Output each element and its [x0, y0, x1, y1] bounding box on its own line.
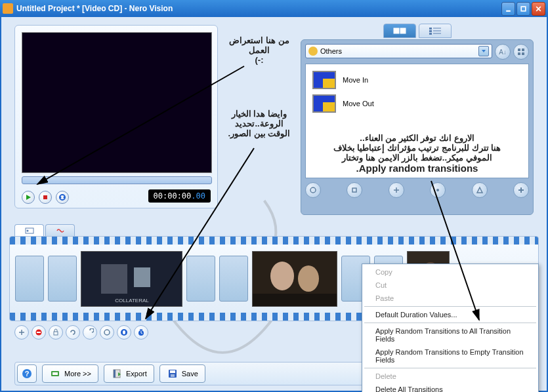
svg-rect-31 — [101, 264, 127, 294]
export-button[interactable]: Export — [104, 364, 154, 383]
transition-item[interactable]: Move Out — [310, 92, 524, 115]
annotation-preview-label: من هنا استعراض العمل :-) — [223, 35, 295, 65]
help-button[interactable]: ? — [17, 364, 37, 383]
svg-rect-15 — [429, 33, 432, 35]
tab-transitions[interactable] — [383, 24, 416, 38]
more-label: More >> — [64, 370, 91, 378]
ctx-paste: Paste — [364, 292, 537, 305]
view-grid-button[interactable] — [513, 44, 529, 60]
app-icon — [3, 3, 13, 14]
avatar-icon — [308, 47, 318, 56]
svg-rect-20 — [518, 52, 520, 55]
tool-refresh[interactable] — [66, 325, 80, 340]
play-button[interactable] — [22, 191, 35, 204]
tool-next[interactable] — [83, 325, 97, 340]
svg-rect-13 — [429, 30, 432, 32]
svg-marker-17 — [482, 50, 486, 52]
window-title: Untitled Project * [Video CD] - Nero Vis… — [16, 4, 500, 13]
preview-screen[interactable] — [22, 32, 212, 173]
save-icon — [167, 368, 179, 380]
minimize-button[interactable] — [501, 2, 515, 16]
sort-az-button[interactable]: A↓ — [495, 44, 511, 60]
preview-panel: 00:00:00.00 — [14, 25, 218, 208]
svg-rect-5 — [43, 195, 47, 199]
svg-rect-57 — [170, 370, 175, 373]
tab-list[interactable] — [419, 24, 452, 38]
transition-slot[interactable] — [219, 256, 248, 302]
add-transition-button[interactable] — [513, 182, 529, 198]
help-icon: ? — [21, 368, 33, 380]
tool-record[interactable] — [117, 325, 131, 340]
ctx-cut: Cut — [364, 279, 537, 292]
ctx-delete: Delete — [364, 370, 537, 383]
svg-rect-9 — [394, 28, 399, 33]
svg-rect-41 — [37, 332, 41, 333]
stop-button[interactable] — [39, 191, 52, 204]
svg-rect-58 — [171, 374, 175, 377]
preview-scrubber[interactable] — [22, 176, 212, 184]
svg-point-36 — [298, 265, 319, 292]
ctx-delete-transitions[interactable]: Delete All Transitions — [364, 383, 537, 392]
transition-label: Move Out — [343, 100, 374, 108]
transition-slot[interactable] — [48, 256, 77, 302]
svg-rect-32 — [134, 267, 150, 287]
svg-rect-54 — [114, 370, 116, 378]
annotation-interval-label: وايضا هدا الخيار الروعة..تحديد الوقت بين… — [223, 109, 295, 138]
transition-item[interactable]: Move In — [310, 68, 524, 92]
svg-rect-10 — [400, 28, 406, 33]
tab-storyboard[interactable] — [14, 224, 44, 236]
context-menu: Copy Cut Paste Default Duration Values..… — [362, 264, 539, 392]
close-button[interactable] — [532, 2, 545, 16]
ctx-apply-random-empty[interactable]: Apply Random Transitions to Empty Transi… — [364, 345, 537, 366]
save-button[interactable]: Save — [159, 364, 205, 383]
svg-rect-19 — [522, 49, 524, 51]
svg-rect-21 — [522, 52, 524, 55]
transition-slot[interactable] — [15, 256, 44, 302]
svg-text:?: ? — [25, 370, 30, 378]
tool-duration[interactable] — [134, 325, 148, 340]
ctx-default-duration[interactable]: Default Duration Values... — [364, 308, 537, 321]
tool-expand[interactable] — [14, 325, 29, 340]
transition-thumb-icon — [312, 71, 336, 89]
loop-button[interactable] — [56, 191, 69, 204]
svg-rect-11 — [429, 28, 432, 29]
config-icon — [49, 368, 61, 380]
timeline-toolbar — [14, 325, 148, 340]
panel-action-5[interactable] — [472, 182, 488, 198]
titlebar: Untitled Project * [Video CD] - Nero Vis… — [0, 0, 548, 17]
tool-delete[interactable] — [32, 325, 46, 340]
svg-marker-25 — [477, 187, 482, 193]
panel-action-4[interactable] — [430, 182, 446, 198]
transition-slot[interactable] — [186, 256, 215, 302]
svg-point-29 — [26, 229, 28, 231]
svg-marker-4 — [26, 195, 31, 200]
panel-action-2[interactable] — [347, 182, 362, 198]
svg-point-7 — [60, 197, 62, 199]
clip-thumbnail[interactable] — [252, 251, 337, 307]
more-button[interactable]: More >> — [42, 364, 98, 383]
maximize-button[interactable] — [516, 2, 530, 16]
svg-rect-42 — [54, 332, 58, 335]
svg-rect-52 — [53, 372, 58, 375]
export-label: Export — [126, 370, 147, 378]
timecode-display: 00:00:00.00 — [148, 189, 211, 203]
svg-rect-37 — [253, 294, 337, 307]
chevron-down-icon — [478, 46, 489, 56]
svg-rect-1 — [521, 7, 526, 11]
transition-thumb-icon — [312, 94, 336, 113]
transitions-panel: Others A↓ Move In Move Out الاروع انك تو… — [301, 39, 534, 215]
svg-point-22 — [310, 187, 316, 193]
transition-category-combo[interactable]: Others — [305, 44, 492, 58]
tool-lock[interactable] — [49, 325, 63, 340]
tool-repeat[interactable] — [100, 325, 114, 340]
svg-rect-23 — [352, 188, 356, 192]
svg-text:COLLATERAL: COLLATERAL — [115, 298, 149, 304]
clip-thumbnail[interactable]: COLLATERAL — [81, 251, 182, 307]
ctx-apply-random-all[interactable]: Apply Random Transitions to All Transiti… — [364, 324, 537, 345]
panel-action-1[interactable] — [305, 182, 321, 198]
film-strip — [10, 237, 538, 245]
transitions-list: Move In Move Out الاروع انك توفر الكثير … — [305, 64, 529, 178]
svg-point-8 — [64, 197, 66, 199]
tab-timeline[interactable] — [45, 224, 75, 236]
panel-action-3[interactable] — [389, 182, 404, 198]
